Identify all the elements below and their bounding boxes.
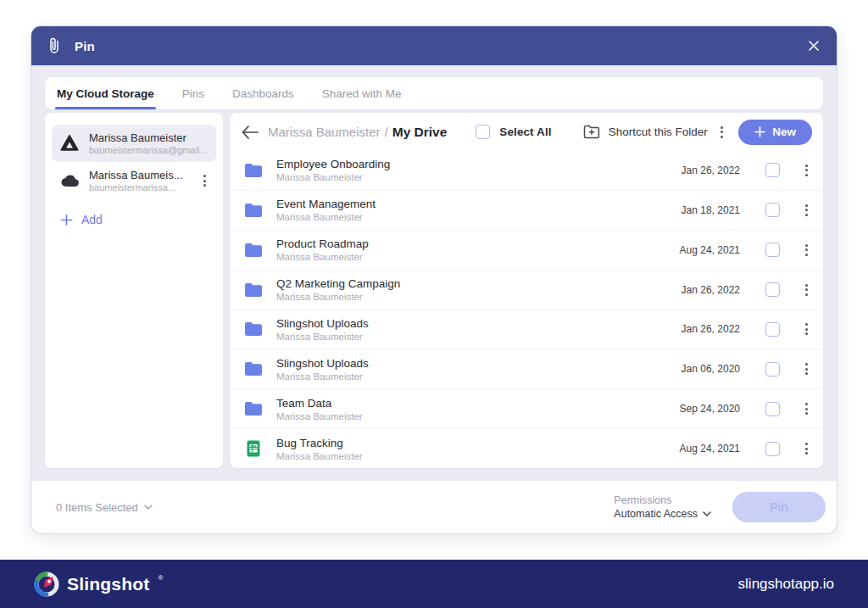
tab-shared-with-me[interactable]: Shared with Me <box>321 77 403 109</box>
file-name: Bug Tracking <box>276 437 363 449</box>
file-date: Jan 06, 2020 <box>682 363 740 375</box>
folder-icon <box>243 163 264 178</box>
permissions-dropdown[interactable]: Automatic Access <box>614 508 711 520</box>
dialog-title-bar: Pin <box>31 26 837 65</box>
file-menu-kebab-icon[interactable] <box>802 241 811 259</box>
file-name: Q2 Marketing Campaign <box>276 277 400 290</box>
folder-icon <box>243 243 264 258</box>
file-text: Product Roadmap Marissa Baumeister <box>276 237 369 262</box>
file-checkbox[interactable] <box>765 282 780 297</box>
account-item-onedrive[interactable]: Marissa Baumeis... baumeistermarissa... <box>52 162 216 199</box>
tab-dashboards[interactable]: Dashboards <box>231 77 295 109</box>
file-browser-header: Marissa Baumeister / My Drive Select All <box>230 113 823 151</box>
items-selected-dropdown[interactable]: 0 Items Selected <box>56 501 153 514</box>
plus-icon <box>754 126 765 137</box>
file-row[interactable]: Event Management Marissa Baumeister Jan … <box>230 190 823 230</box>
file-menu-kebab-icon[interactable] <box>802 161 811 180</box>
file-row[interactable]: Product Roadmap Marissa Baumeister Aug 2… <box>230 230 823 270</box>
brand-name: Slingshot <box>67 574 149 594</box>
file-row[interactable]: Slingshot Uploads Marissa Baumeister Jan… <box>230 349 823 388</box>
chevron-down-icon <box>703 511 711 516</box>
folder-plus-icon <box>583 125 600 139</box>
account-text: Marissa Baumeis... baumeistermarissa... <box>89 169 200 192</box>
plus-icon <box>60 214 73 226</box>
tab-pins[interactable]: Pins <box>181 77 205 109</box>
file-row[interactable]: Team Data Marissa Baumeister Sep 24, 202… <box>230 388 823 428</box>
file-name: Slingshot Uploads <box>276 357 369 370</box>
permissions-block: Permissions Automatic Access <box>614 494 711 520</box>
new-button[interactable]: New <box>738 120 812 145</box>
account-email: baumeistermarissa@gmail... <box>89 145 209 155</box>
google-drive-icon <box>58 135 81 152</box>
select-all-control[interactable]: Select All <box>476 125 551 139</box>
file-checkbox[interactable] <box>765 243 780 257</box>
file-owner: Marissa Baumeister <box>276 172 390 182</box>
file-text: Q2 Marketing Campaign Marissa Baumeister <box>276 277 400 302</box>
file-checkbox[interactable] <box>765 163 780 177</box>
file-owner: Marissa Baumeister <box>276 252 369 262</box>
file-checkbox[interactable] <box>765 203 780 217</box>
spreadsheet-icon <box>243 440 264 457</box>
file-menu-kebab-icon[interactable] <box>802 439 811 458</box>
add-account-button[interactable]: Add <box>60 213 103 226</box>
file-list: Employee Onboarding Marissa Baumeister J… <box>230 151 823 468</box>
breadcrumb-parent[interactable]: Marissa Baumeister <box>268 125 381 139</box>
account-text: Marissa Baumeister baumeistermarissa@gma… <box>89 131 209 155</box>
file-menu-kebab-icon[interactable] <box>802 281 811 299</box>
tab-my-cloud-storage[interactable]: My Cloud Storage <box>56 77 155 109</box>
dialog-footer: 0 Items Selected Permissions Automatic A… <box>31 481 837 533</box>
folder-icon <box>243 321 264 337</box>
file-owner: Marissa Baumeister <box>276 451 363 461</box>
select-all-label: Select All <box>499 126 551 138</box>
file-text: Slingshot Uploads Marissa Baumeister <box>276 357 369 382</box>
file-row[interactable]: Slingshot Uploads Marissa Baumeister Jan… <box>230 310 823 349</box>
account-item-google-drive[interactable]: Marissa Baumeister baumeistermarissa@gma… <box>52 125 216 162</box>
accounts-sidebar: Marissa Baumeister baumeistermarissa@gma… <box>45 113 223 468</box>
permissions-value: Automatic Access <box>614 508 698 520</box>
shortcut-this-folder-label: Shortcut this Folder <box>609 126 708 138</box>
file-menu-kebab-icon[interactable] <box>802 399 811 418</box>
file-checkbox[interactable] <box>765 402 780 416</box>
tab-bar: My Cloud Storage Pins Dashboards Shared … <box>45 77 823 109</box>
file-row[interactable]: Employee Onboarding Marissa Baumeister J… <box>230 151 823 190</box>
file-menu-kebab-icon[interactable] <box>802 320 811 338</box>
file-name: Team Data <box>276 397 363 410</box>
folder-icon <box>243 203 264 218</box>
paperclip-icon <box>47 36 62 55</box>
file-row[interactable]: Bug Tracking Marissa Baumeister Aug 24, … <box>230 428 823 468</box>
file-owner: Marissa Baumeister <box>276 411 363 421</box>
tab-label: Pins <box>182 87 204 100</box>
file-menu-kebab-icon[interactable] <box>802 360 811 378</box>
breadcrumb-current: My Drive <box>392 125 448 140</box>
dialog-title: Pin <box>75 39 95 53</box>
file-text: Employee Onboarding Marissa Baumeister <box>276 158 390 182</box>
folder-menu-kebab-icon[interactable] <box>717 123 726 142</box>
folder-icon <box>243 361 264 377</box>
pin-button[interactable]: Pin <box>732 492 826 522</box>
file-owner: Marissa Baumeister <box>276 332 369 342</box>
shortcut-this-folder-button[interactable]: Shortcut this Folder <box>583 125 708 139</box>
tab-label: My Cloud Storage <box>57 87 154 100</box>
account-name: Marissa Baumeister <box>89 131 209 144</box>
slingshot-logo: Slingshot® <box>34 572 163 597</box>
back-arrow-icon[interactable] <box>242 126 259 139</box>
file-text: Slingshot Uploads Marissa Baumeister <box>276 317 369 342</box>
file-name: Product Roadmap <box>276 237 369 250</box>
file-checkbox[interactable] <box>765 442 780 456</box>
site-footer-bar: Slingshot® slingshotapp.io <box>0 560 868 608</box>
select-all-checkbox[interactable] <box>476 125 490 139</box>
file-row[interactable]: Q2 Marketing Campaign Marissa Baumeister… <box>230 270 823 310</box>
account-menu-kebab-icon[interactable] <box>200 171 209 190</box>
close-icon[interactable] <box>806 38 821 53</box>
file-name: Employee Onboarding <box>276 158 390 170</box>
file-menu-kebab-icon[interactable] <box>802 201 811 220</box>
permissions-label: Permissions <box>614 494 711 506</box>
tab-label: Dashboards <box>232 87 294 100</box>
file-text: Team Data Marissa Baumeister <box>276 397 363 421</box>
tab-label: Shared with Me <box>322 87 402 100</box>
add-account-label: Add <box>81 213 103 226</box>
file-owner: Marissa Baumeister <box>276 292 400 302</box>
file-checkbox[interactable] <box>765 322 780 337</box>
file-checkbox[interactable] <box>765 362 780 377</box>
trademark-mark: ® <box>158 574 163 582</box>
